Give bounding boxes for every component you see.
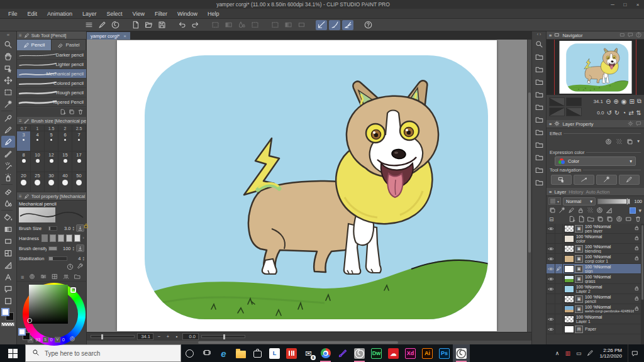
border-effect-icon[interactable] (605, 138, 612, 146)
layer-visibility-toggle[interactable] (547, 324, 555, 334)
tray-battery-icon[interactable]: ▭ (576, 350, 582, 356)
tool-blend[interactable] (1, 197, 15, 209)
layer-frame-thumbnail[interactable]: ▣ (575, 245, 583, 253)
item-bank-tab-icon[interactable] (628, 32, 633, 39)
layer-frame-thumbnail[interactable]: ▣ (575, 305, 583, 313)
tray-expand-icon[interactable]: ∧ (555, 350, 560, 356)
layer-row-corgi-color-1[interactable]: ▣100 %Normalcorgi color 1 (547, 254, 644, 264)
menu-select[interactable]: Select (103, 9, 127, 18)
brush-size-cell[interactable]: 8 (17, 151, 31, 172)
nav-zoom-in-icon[interactable]: ⊕ (613, 98, 618, 105)
layer-thumbnail[interactable] (564, 295, 574, 303)
tool-airbrush[interactable] (1, 160, 15, 172)
reset-defaults-icon[interactable] (67, 263, 74, 272)
taskbar-app-blue-l-app[interactable]: L (266, 344, 283, 362)
taskbar-app-dreamweaver[interactable]: Dw (368, 344, 385, 362)
taskbar-app-mail[interactable]: ✉8 (300, 344, 317, 362)
new-raster-layer-icon[interactable] (569, 216, 575, 224)
tool-move[interactable] (1, 74, 15, 86)
layer-row-blending[interactable]: ▣100 %Normalblending (547, 244, 644, 254)
pen-settings-icon[interactable] (96, 20, 108, 30)
reference-layer-icon[interactable] (558, 207, 565, 215)
taskbar-app-creative-cloud[interactable]: ☁ (385, 344, 402, 362)
taskbar-app-file-explorer[interactable] (232, 344, 249, 362)
material-strip-arrows[interactable]: ‹ › (537, 32, 541, 38)
nav-pixel-icon[interactable]: ⊞ (629, 98, 634, 105)
layer-panel-tab-layer[interactable]: Layer (554, 189, 566, 195)
delete-subtool-icon[interactable] (77, 109, 84, 116)
tool-figure[interactable] (1, 235, 15, 247)
menu-file[interactable]: File (4, 9, 22, 18)
brush-size-cell[interactable]: 30 (45, 172, 58, 192)
snap-grid-icon[interactable] (342, 20, 353, 30)
flip-vertical-icon[interactable]: ⇅ (636, 109, 641, 116)
taskbar-app-clip-studio-paint[interactable] (453, 344, 470, 362)
tool-selection[interactable] (1, 86, 15, 98)
material-folder-icon[interactable] (533, 126, 545, 138)
panel-menu-icon[interactable]: ≡ (19, 194, 22, 199)
taskbar-search[interactable]: Type here to search (25, 344, 181, 362)
brush-size-cell[interactable]: 50 (72, 172, 86, 192)
menu-filter[interactable]: Filter (150, 9, 172, 18)
layer-thumbnail[interactable] (564, 326, 574, 333)
brush-size-cell[interactable]: 2.5 (72, 125, 86, 131)
deselect-icon[interactable] (209, 20, 221, 30)
hardness-step[interactable] (74, 234, 80, 242)
layer-frame-thumbnail[interactable]: ▣ (575, 295, 583, 303)
layer-color-dropdown-icon[interactable]: ▾ (638, 207, 641, 214)
layer-frame-thumbnail[interactable]: ▣ (575, 255, 583, 263)
blend-mode-dropdown[interactable]: Normal▾ (563, 197, 596, 206)
collapse-panel-icon[interactable]: « (7, 32, 9, 38)
subtool-item[interactable]: Rough pencil (17, 88, 86, 97)
undo-icon[interactable] (176, 20, 187, 30)
panel-menu-icon[interactable]: ≡ (549, 33, 552, 38)
layer-mask-icon[interactable] (616, 216, 623, 224)
balloon-tab-icon[interactable] (636, 121, 641, 128)
tool-nav-pen-button[interactable] (619, 175, 640, 185)
hardness-step[interactable] (58, 234, 64, 242)
brush-size-cell[interactable]: 7 (72, 131, 86, 151)
layer-thumbnail[interactable] (564, 265, 574, 273)
canvas-viewport[interactable] (87, 40, 531, 332)
tool-nav-select-button[interactable] (574, 175, 594, 185)
taskbar-app-purple-brush-app[interactable] (334, 344, 351, 362)
layer-frame-thumbnail[interactable]: ▣ (575, 275, 583, 283)
tool-zoom[interactable] (1, 38, 15, 50)
subtool-item[interactable]: Tapered Pencil (17, 97, 86, 107)
brush-size-cell[interactable]: 25 (31, 172, 45, 192)
new-vector-layer-icon[interactable] (578, 216, 585, 224)
layer-thumbnail[interactable] (564, 305, 574, 313)
tool-pencil[interactable] (1, 136, 15, 148)
layer-frame-thumbnail[interactable]: ▣ (575, 265, 583, 273)
layer-list-scrollbar[interactable] (641, 224, 644, 344)
tool-nav-zoom-button[interactable] (551, 175, 572, 185)
layer-thumbnail[interactable] (564, 285, 574, 293)
saturation-value-square[interactable] (29, 285, 68, 324)
new-folder-icon[interactable] (587, 216, 594, 224)
sv-marker[interactable] (27, 318, 32, 323)
layer-visibility-toggle[interactable] (547, 264, 555, 273)
transparent-color-swatch[interactable] (1, 322, 14, 326)
taskbar-app-illustrator[interactable]: Ai (419, 344, 436, 362)
tool-brush[interactable] (1, 148, 15, 160)
taskbar-app-task-view[interactable] (198, 344, 215, 362)
register-material-icon[interactable] (109, 20, 121, 30)
menu-layer[interactable]: Layer (78, 9, 101, 18)
panel-menu-icon[interactable]: ≡ (21, 274, 24, 280)
flip-horizontal-icon[interactable]: ⇄ (628, 109, 633, 116)
brush-size-cell[interactable]: 6 (58, 131, 72, 151)
taskbar-clock[interactable]: 2:26 PM 1/12/2020 (599, 348, 622, 359)
zoom-in-button[interactable]: + (165, 334, 171, 339)
layer-row-layer-1[interactable]: 100 %NormalLayer 1 (547, 314, 644, 324)
tool-text[interactable] (1, 271, 15, 283)
material-folder-icon[interactable] (533, 51, 545, 63)
approx-color-tab-icon[interactable] (63, 273, 69, 281)
copy-subtool-icon[interactable] (69, 109, 75, 116)
layer-row-layer-2[interactable]: 100 %NormalLayer 2 (547, 284, 644, 294)
color-mixer-icon[interactable] (69, 336, 75, 343)
layer-frame-thumbnail[interactable]: ▣ (575, 225, 583, 233)
layer-thumbnail[interactable] (564, 255, 574, 263)
minimize-button[interactable]: ─ (606, 2, 619, 8)
brush-size-cell[interactable]: 1.5 (45, 125, 58, 131)
tool-ruler[interactable] (1, 259, 15, 271)
